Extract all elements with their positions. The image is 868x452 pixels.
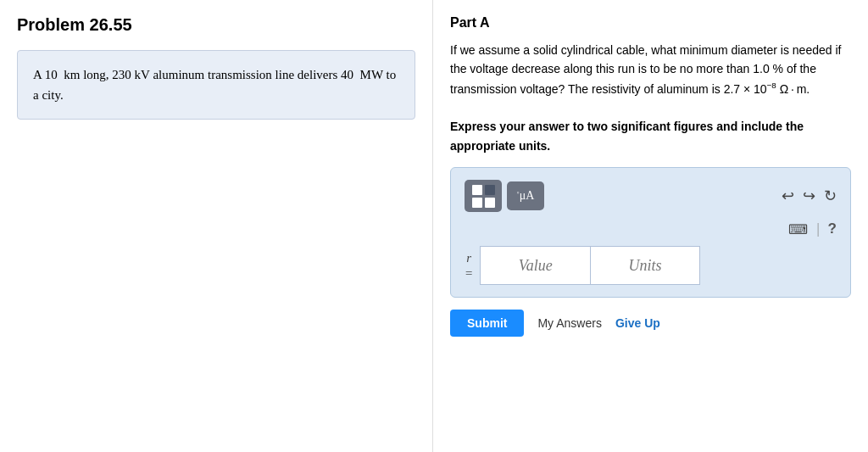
my-answers-label: My Answers: [537, 316, 601, 330]
matrix-cell-2: [485, 185, 495, 195]
part-label: Part A: [450, 15, 851, 31]
problem-box: A 10 km long, 230 kV aluminum transmissi…: [17, 50, 415, 120]
instruction-text: Express your answer to two significant f…: [450, 120, 804, 152]
answer-container: ◦μA ↩ ↪ ↻ ⌨ | ? r =: [450, 167, 851, 298]
matrix-cell-1: [472, 185, 482, 195]
bottom-row: Submit My Answers Give Up: [450, 310, 851, 337]
variable-label: r =: [465, 250, 473, 281]
unit-button[interactable]: ◦μA: [507, 181, 544, 210]
toolbar-row: ◦μA ↩ ↪ ↻: [465, 180, 837, 212]
toolbar-right: ↩ ↪ ↻: [782, 188, 837, 204]
submit-button[interactable]: Submit: [450, 310, 524, 337]
undo-button[interactable]: ↩: [782, 188, 794, 204]
toolbar-right-2: ⌨ | ?: [788, 220, 837, 237]
toolbar-left: ◦μA: [465, 180, 544, 212]
problem-text: A 10 km long, 230 kV aluminum transmissi…: [33, 68, 396, 102]
give-up-link[interactable]: Give Up: [615, 316, 660, 330]
input-row: r =: [465, 246, 837, 285]
pipe-separator: |: [816, 221, 819, 237]
redo-button[interactable]: ↪: [803, 188, 815, 204]
keyboard-button[interactable]: ⌨: [788, 221, 808, 237]
matrix-button[interactable]: [465, 180, 502, 212]
help-button[interactable]: ?: [828, 220, 837, 237]
problem-title: Problem 26.55: [17, 15, 415, 35]
unit-label: ◦μA: [517, 189, 535, 203]
toolbar-second-row: ⌨ | ?: [465, 220, 837, 237]
question-text: If we assume a solid cylindrical cable, …: [450, 41, 851, 155]
units-input[interactable]: [590, 246, 700, 285]
value-input[interactable]: [480, 246, 590, 285]
matrix-icon: [468, 181, 499, 212]
matrix-cell-3: [472, 198, 482, 208]
matrix-cell-4: [485, 198, 495, 208]
refresh-button[interactable]: ↻: [824, 188, 837, 204]
